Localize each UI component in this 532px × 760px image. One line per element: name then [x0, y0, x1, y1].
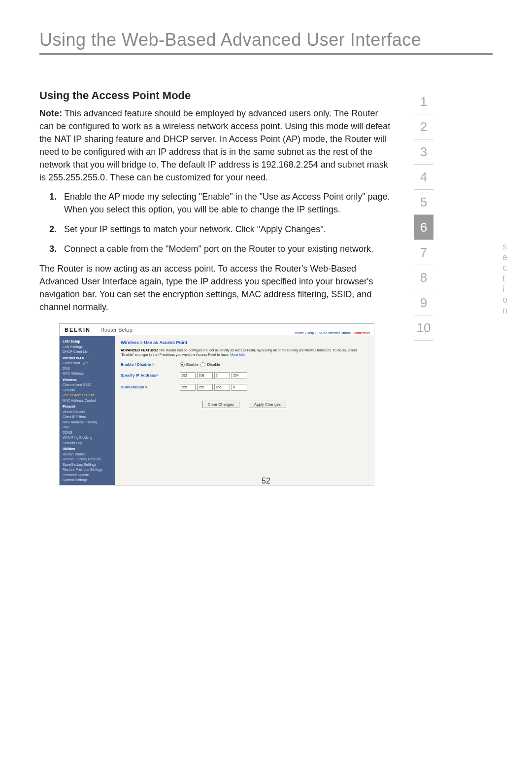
belkin-logo: BELKIN	[65, 327, 91, 333]
router-nav-item[interactable]: DMZ	[63, 425, 112, 430]
clear-changes-button[interactable]: Clear Changes	[202, 401, 239, 408]
mask-octet-4[interactable]: 0	[232, 384, 247, 391]
more-info-link[interactable]: More Info	[230, 353, 245, 356]
ip-octet-1[interactable]: 192	[180, 372, 196, 379]
router-nav-item[interactable]: Internet WAN	[63, 356, 112, 361]
router-main-panel: Wireless > Use as Access Point ADVANCED …	[115, 336, 374, 485]
section-vertical-label: section	[502, 242, 509, 316]
router-header-title: Router Setup	[100, 327, 133, 333]
section-tabs: 12345678910	[414, 89, 433, 341]
router-screenshot: BELKIN Router Setup Home | Help | Logout…	[59, 323, 374, 485]
step-2: Set your IP settings to match your netwo…	[59, 223, 394, 236]
mask-octet-3[interactable]: 255	[214, 384, 230, 391]
router-nav-item[interactable]: Firewall	[63, 404, 112, 410]
router-nav-item[interactable]: Wireless	[63, 378, 112, 383]
router-nav-item[interactable]: Channel and SSID	[63, 382, 112, 388]
router-nav-item[interactable]: Security	[63, 388, 112, 393]
section-tab-8[interactable]: 8	[414, 265, 433, 290]
step-3: Connect a cable from the "Modem" port on…	[59, 242, 394, 255]
section-tab-4[interactable]: 4	[414, 165, 433, 190]
section-tab-7[interactable]: 7	[414, 240, 433, 265]
ip-row: Specify IP Address> 192 168 2 254	[121, 372, 368, 379]
router-status: Connection	[353, 331, 370, 335]
section-tab-10[interactable]: 10	[414, 315, 433, 341]
enable-label: Enable / Disable >	[121, 362, 180, 367]
section-tab-1[interactable]: 1	[414, 89, 433, 114]
mask-label: Subnetmask >	[121, 385, 180, 389]
section-tab-6[interactable]: 6	[414, 215, 433, 240]
router-breadcrumb: Wireless > Use as Access Point	[121, 340, 368, 345]
router-nav-item[interactable]: DHCP Client List	[63, 349, 112, 355]
disable-radio[interactable]	[200, 362, 205, 367]
ip-octet-3[interactable]: 2	[214, 372, 230, 379]
apply-changes-button[interactable]: Apply Changes	[249, 401, 286, 408]
note-paragraph: Note: This advanced feature should be em…	[39, 107, 394, 184]
router-nav-item[interactable]: Save/Backup Settings	[63, 462, 112, 468]
section-heading: Using the Access Point Mode	[39, 89, 394, 102]
router-nav-item[interactable]: Use as Access Point	[63, 393, 112, 398]
router-header: BELKIN Router Setup Home | Help | Logout…	[60, 324, 374, 336]
step-1: Enable the AP mode my selecting "Enable"…	[59, 190, 394, 216]
enable-option: Enable	[186, 362, 199, 367]
router-nav-item[interactable]: Virtual Servers	[63, 410, 112, 415]
router-desc-bold: ADVANCED FEATURE!	[121, 348, 158, 352]
router-nav-item[interactable]: DNS	[63, 366, 112, 372]
router-nav-item[interactable]: Connection Type	[63, 361, 112, 366]
steps-list: Enable the AP mode my selecting "Enable"…	[39, 190, 394, 255]
router-top-links-text: Home | Help | Logout Internet Status:	[295, 331, 352, 335]
mask-row: Subnetmask > 255 255 255 0	[121, 384, 368, 391]
router-buttons: Clear Changes Apply Changes	[121, 401, 368, 408]
mask-octet-2[interactable]: 255	[197, 384, 213, 391]
router-top-links[interactable]: Home | Help | Logout Internet Status: Co…	[295, 331, 370, 335]
note-label: Note:	[39, 108, 62, 118]
router-nav-item[interactable]: LAN Setup	[63, 339, 112, 345]
mask-octet-1[interactable]: 255	[180, 384, 196, 391]
ip-octet-4[interactable]: 254	[232, 372, 247, 379]
router-nav-item[interactable]: WAN Ping Blocking	[63, 435, 112, 441]
after-paragraph: The Router is now acting as an access po…	[39, 262, 394, 313]
router-nav-item[interactable]: MAC Address	[63, 371, 112, 377]
ip-octet-2[interactable]: 168	[197, 372, 213, 379]
divider	[39, 53, 493, 55]
router-nav-item[interactable]: Utilities	[63, 447, 112, 452]
router-sidebar[interactable]: LAN SetupLAN SettingsDHCP Client ListInt…	[60, 336, 115, 485]
page-number: 52	[0, 477, 532, 485]
ip-label: Specify IP Address>	[121, 373, 180, 378]
router-nav-item[interactable]: Restore Factory Defaults	[63, 457, 112, 462]
router-nav-item[interactable]: Restore Previous Settings	[63, 467, 112, 473]
router-nav-item[interactable]: MAC Address Filtering	[63, 420, 112, 425]
router-nav-item[interactable]: DDNS	[63, 430, 112, 436]
router-nav-item[interactable]: Restart Router	[63, 452, 112, 457]
enable-row: Enable / Disable > Enable Disable	[121, 362, 368, 367]
router-nav-item[interactable]: Client IP Filters	[63, 415, 112, 420]
router-nav-item[interactable]: LAN Settings	[63, 345, 112, 350]
disable-option: Disable	[207, 362, 220, 367]
router-nav-item[interactable]: Security Log	[63, 441, 112, 446]
enable-radio[interactable]	[180, 362, 185, 367]
chapter-title: Using the Web-Based Advanced User Interf…	[39, 30, 493, 50]
router-nav-item[interactable]: MAC Address Control	[63, 398, 112, 404]
section-tab-3[interactable]: 3	[414, 139, 433, 165]
router-description: ADVANCED FEATURE! The Router can be conf…	[121, 348, 368, 357]
section-tab-5[interactable]: 5	[414, 190, 433, 215]
note-body: This advanced feature should be employed…	[39, 108, 390, 182]
section-tab-2[interactable]: 2	[414, 114, 433, 139]
section-tab-9[interactable]: 9	[414, 290, 433, 315]
